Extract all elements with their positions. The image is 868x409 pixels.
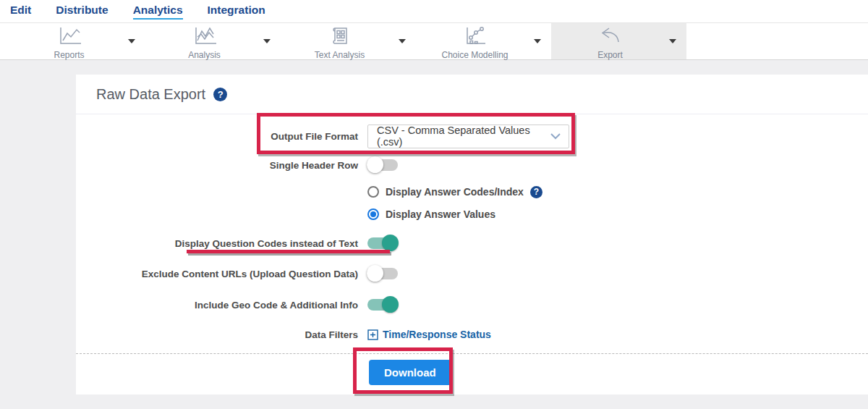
answer-values-option: Display Answer Values bbox=[367, 206, 495, 222]
chevron-down-icon[interactable] bbox=[399, 39, 406, 43]
chevron-down-icon[interactable] bbox=[534, 39, 541, 43]
question-codes-toggle[interactable] bbox=[367, 237, 398, 249]
newspaper-grid-icon bbox=[329, 26, 351, 49]
exclude-content-urls-label: Exclude Content URLs (Upload Question Da… bbox=[76, 269, 358, 279]
line-chart-icon bbox=[57, 26, 82, 49]
nav-item-edit[interactable]: Edit bbox=[10, 4, 31, 20]
toolbar-item-label: Reports bbox=[54, 50, 84, 60]
help-icon[interactable]: ? bbox=[530, 186, 542, 198]
help-icon[interactable]: ? bbox=[213, 88, 227, 101]
exclude-content-urls-row: Exclude Content URLs (Upload Question Da… bbox=[76, 264, 398, 283]
toolbar-item-label: Choice Modelling bbox=[441, 50, 508, 60]
title-divider bbox=[76, 114, 868, 114]
question-codes-label: Display Question Codes instead of Text bbox=[76, 238, 358, 249]
analytics-toolbar: Reports Analysis bbox=[0, 22, 868, 60]
download-button[interactable]: Download bbox=[369, 360, 451, 385]
data-filters-row: Data Filters Time/Response Status bbox=[76, 326, 491, 343]
scatter-chart-icon bbox=[464, 26, 487, 49]
toolbar-item-label: Text Analysis bbox=[315, 50, 365, 60]
single-header-row: Single Header Row bbox=[76, 156, 398, 174]
chevron-down-icon bbox=[550, 130, 561, 142]
nav-item-analytics[interactable]: Analytics bbox=[133, 4, 183, 20]
toolbar-item-label: Export bbox=[597, 50, 623, 60]
data-filters-label: Data Filters bbox=[76, 329, 358, 340]
toolbar-item-analysis[interactable]: Analysis bbox=[145, 23, 281, 59]
time-response-status-label: Time/Response Status bbox=[383, 329, 491, 340]
page-title-row: Raw Data Export ? bbox=[96, 86, 227, 103]
primary-nav: Edit Distribute Analytics Integration bbox=[0, 0, 868, 22]
answer-codes-radio[interactable] bbox=[367, 186, 379, 198]
answer-codes-label: Display Answer Codes/Index bbox=[386, 186, 524, 198]
single-header-row-toggle[interactable] bbox=[367, 159, 398, 171]
multi-line-chart-icon bbox=[192, 26, 217, 49]
output-file-format-value: CSV - Comma Separated Values (.csv) bbox=[377, 125, 550, 148]
toolbar-item-text-analysis[interactable]: Text Analysis bbox=[281, 23, 416, 59]
include-geo-row: Include Geo Code & Additional Info bbox=[76, 295, 398, 314]
nav-item-distribute[interactable]: Distribute bbox=[56, 4, 108, 20]
output-file-format-label: Output File Format bbox=[76, 131, 358, 142]
question-codes-row: Display Question Codes instead of Text bbox=[76, 234, 398, 253]
raw-data-export-panel: Raw Data Export ? Output File Format CSV… bbox=[76, 75, 868, 395]
answer-codes-option: Display Answer Codes/Index ? bbox=[367, 184, 542, 200]
chevron-down-icon[interactable] bbox=[669, 39, 676, 43]
output-file-format-select[interactable]: CSV - Comma Separated Values (.csv) bbox=[367, 125, 569, 148]
expand-plus-icon bbox=[367, 329, 378, 340]
page-title: Raw Data Export bbox=[96, 86, 205, 103]
exclude-content-urls-toggle[interactable] bbox=[367, 268, 398, 279]
include-geo-toggle[interactable] bbox=[367, 299, 398, 311]
time-response-status-link[interactable]: Time/Response Status bbox=[367, 329, 491, 340]
toolbar-item-export[interactable]: Export bbox=[551, 23, 686, 59]
answer-values-label: Display Answer Values bbox=[386, 208, 495, 220]
include-geo-label: Include Geo Code & Additional Info bbox=[76, 300, 358, 311]
chevron-down-icon[interactable] bbox=[263, 39, 271, 43]
toolbar-item-label: Analysis bbox=[188, 50, 221, 60]
single-header-row-label: Single Header Row bbox=[76, 160, 358, 171]
section-divider bbox=[76, 353, 868, 354]
nav-item-integration[interactable]: Integration bbox=[208, 4, 265, 20]
output-file-format-row: Output File Format CSV - Comma Separated… bbox=[76, 123, 569, 149]
export-arrow-icon bbox=[598, 25, 623, 49]
answer-values-radio[interactable] bbox=[367, 208, 379, 220]
toolbar-item-choice-modelling[interactable]: Choice Modelling bbox=[416, 23, 551, 59]
download-row: Download bbox=[369, 360, 451, 385]
toolbar-item-reports[interactable]: Reports bbox=[10, 23, 145, 59]
chevron-down-icon[interactable] bbox=[128, 39, 135, 43]
